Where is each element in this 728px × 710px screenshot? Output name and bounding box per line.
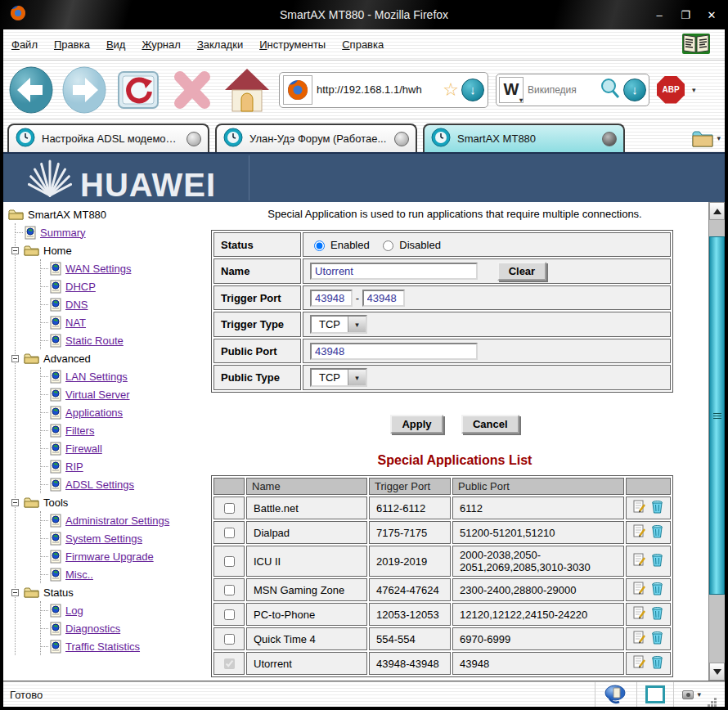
- trigger-type-select[interactable]: TCP ▾: [310, 315, 367, 334]
- menu-[interactable]: Вид: [106, 38, 126, 51]
- delete-icon[interactable]: [651, 553, 663, 569]
- delete-icon[interactable]: [651, 524, 663, 541]
- bookmark-star-icon[interactable]: ☆: [443, 81, 459, 99]
- statusbar-capture-icon[interactable]: ▾: [673, 682, 709, 707]
- public-port-input[interactable]: [310, 343, 478, 360]
- edit-icon[interactable]: [633, 655, 646, 672]
- menu-[interactable]: Правка: [54, 38, 90, 51]
- dictionary-book-icon[interactable]: [681, 31, 712, 61]
- chevron-down-icon[interactable]: ▾: [348, 317, 366, 332]
- clear-button[interactable]: Clear: [497, 262, 547, 281]
- row-checkbox[interactable]: [224, 658, 235, 669]
- menu-[interactable]: Справка: [342, 38, 384, 51]
- scroll-down-button[interactable]: [709, 663, 725, 681]
- search-input[interactable]: [526, 83, 597, 97]
- trigger-port-from-input[interactable]: [310, 290, 353, 307]
- scrollbar-thumb[interactable]: [709, 236, 725, 595]
- edit-icon[interactable]: [633, 524, 646, 541]
- chevron-down-icon[interactable]: ▾: [348, 370, 366, 385]
- page-icon: [50, 640, 61, 654]
- delete-icon[interactable]: [651, 655, 663, 672]
- row-checkbox[interactable]: [224, 528, 235, 538]
- sidebar-item-system-settings[interactable]: System Settings: [65, 532, 142, 545]
- row-checkbox[interactable]: [224, 585, 235, 595]
- tree-collapse-toggle[interactable]: [11, 355, 19, 362]
- tree-collapse-toggle[interactable]: [11, 499, 19, 506]
- sidebar-item-summary[interactable]: Summary: [40, 227, 86, 239]
- edit-icon[interactable]: [633, 553, 646, 569]
- sidebar-item-adsl-settings[interactable]: ADSL Settings: [65, 479, 134, 491]
- public-type-label: Public Type: [213, 365, 301, 390]
- search-engine-icon[interactable]: W▾: [499, 77, 524, 103]
- delete-icon[interactable]: [651, 606, 663, 622]
- row-checkbox[interactable]: [224, 556, 235, 567]
- row-checkbox[interactable]: [224, 634, 235, 645]
- tab-close-button[interactable]: [186, 132, 201, 146]
- delete-icon[interactable]: [651, 582, 663, 598]
- sidebar-item-static-route[interactable]: Static Route: [65, 335, 124, 347]
- sidebar-item-diagnostics[interactable]: Diagnostics: [65, 622, 120, 635]
- edit-icon[interactable]: [633, 606, 646, 622]
- adblock-plus-icon[interactable]: ABP: [657, 76, 685, 104]
- sidebar-item-administrator-settings[interactable]: Administrator Settings: [65, 515, 169, 527]
- apply-button[interactable]: Apply: [390, 415, 443, 434]
- edit-icon[interactable]: [633, 631, 646, 647]
- enabled-radio[interactable]: [314, 240, 325, 251]
- menu-[interactable]: Закладки: [197, 38, 243, 51]
- trigger-port-to-input[interactable]: [362, 290, 405, 307]
- tab-close-button[interactable]: [602, 132, 617, 146]
- name-input[interactable]: [310, 263, 478, 280]
- statusbar-window-icon[interactable]: [636, 682, 673, 707]
- sidebar-item-lan-settings[interactable]: LAN Settings: [65, 371, 128, 383]
- tree-item: RIP: [41, 457, 208, 475]
- edit-icon[interactable]: [633, 500, 646, 516]
- tree-collapse-toggle[interactable]: [11, 589, 19, 596]
- tab-smartax-mt880[interactable]: SmartAX MT880: [423, 124, 625, 152]
- cancel-button[interactable]: Cancel: [461, 415, 519, 434]
- sidebar-item-dhcp[interactable]: DHCP: [65, 281, 96, 293]
- sidebar-item-filters[interactable]: Filters: [65, 425, 94, 437]
- sidebar-item-log[interactable]: Log: [65, 604, 83, 617]
- reload-button[interactable]: [115, 66, 162, 114]
- disabled-radio[interactable]: [383, 240, 393, 251]
- home-button[interactable]: [222, 66, 272, 114]
- sidebar-item-firmware-upgrade[interactable]: Firmware Upgrade: [65, 550, 154, 563]
- row-checkbox[interactable]: [224, 503, 235, 514]
- tab-adsl[interactable]: Настройка ADSL модемов ...: [7, 124, 209, 152]
- scroll-up-button[interactable]: [709, 202, 725, 220]
- delete-icon[interactable]: [651, 500, 663, 516]
- minimize-button[interactable]: –: [653, 9, 666, 21]
- vertical-scrollbar[interactable]: [708, 202, 725, 681]
- edit-icon[interactable]: [633, 582, 646, 598]
- sidebar-item-misc[interactable]: Misc..: [65, 568, 93, 581]
- menu-[interactable]: Файл: [11, 38, 38, 51]
- statusbar-extension-icon[interactable]: [595, 682, 636, 707]
- delete-icon[interactable]: [651, 631, 663, 647]
- sidebar-item-dns[interactable]: DNS: [65, 299, 88, 311]
- tab-close-button[interactable]: [394, 132, 409, 146]
- close-button[interactable]: ✕: [705, 9, 718, 21]
- sidebar-item-firewall[interactable]: Firewall: [65, 443, 102, 455]
- sidebar-item-applications[interactable]: Applications: [65, 407, 123, 419]
- menu-[interactable]: Инструменты: [259, 38, 326, 51]
- address-input[interactable]: [315, 83, 440, 97]
- resize-grip[interactable]: [714, 698, 717, 700]
- sidebar-item-rip[interactable]: RIP: [65, 461, 83, 473]
- tab-list-button[interactable]: ▾: [690, 128, 721, 152]
- row-checkbox[interactable]: [224, 609, 235, 620]
- go-button[interactable]: ↓: [461, 79, 484, 101]
- stop-button[interactable]: [169, 66, 215, 114]
- public-type-select[interactable]: TCP ▾: [310, 368, 367, 387]
- maximize-button[interactable]: ❐: [679, 9, 692, 21]
- menu-[interactable]: Журнал: [142, 38, 180, 51]
- sidebar-item-nat[interactable]: NAT: [65, 317, 86, 329]
- sidebar-item-wan-settings[interactable]: WAN Settings: [65, 263, 131, 275]
- tree-collapse-toggle[interactable]: [11, 247, 19, 254]
- sidebar-item-traffic-statistics[interactable]: Traffic Statistics: [65, 640, 140, 653]
- tab-[interactable]: Улан-Удэ Форум (Работае...: [215, 124, 417, 152]
- sidebar-item-virtual-server[interactable]: Virtual Server: [65, 389, 130, 401]
- forward-button[interactable]: [61, 66, 107, 114]
- back-button[interactable]: [8, 66, 54, 114]
- search-go-button[interactable]: ↓: [623, 79, 646, 101]
- adblock-dropdown-caret[interactable]: ▾: [692, 86, 696, 94]
